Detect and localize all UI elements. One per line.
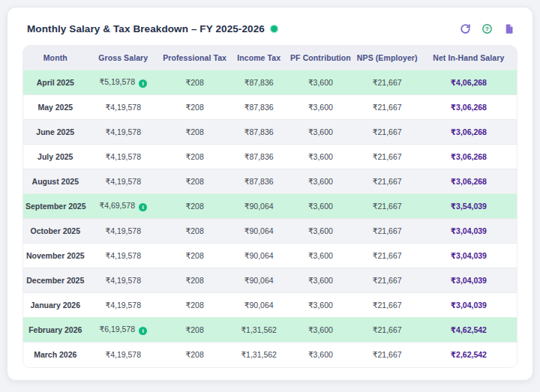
cell-text: ₹208 [186, 276, 204, 285]
cell-text: ₹90,064 [244, 202, 274, 211]
header-actions: ? [459, 22, 514, 34]
cell-gross-salary: ₹4,69,578i [88, 194, 159, 219]
cell-text: ₹4,19,578 [105, 152, 141, 161]
cell-month: January 2026 [23, 293, 88, 318]
cell-month: June 2025 [23, 120, 88, 145]
cell-text: ₹90,064 [244, 301, 274, 310]
cell-text: ₹90,064 [244, 226, 274, 235]
cell-pf-contribution: ₹3,600 [287, 219, 354, 244]
cell-professional-tax: ₹208 [159, 293, 230, 318]
salary-hike-info-icon[interactable]: i [139, 79, 147, 88]
cell-text: ₹3,600 [308, 78, 333, 87]
cell-text: ₹3,600 [308, 301, 333, 310]
cell-text: ₹208 [186, 177, 204, 186]
table-row: June 2025₹4,19,578₹208₹87,836₹3,600₹21,6… [23, 120, 517, 145]
cell-net-in-hand: ₹3,06,268 [421, 120, 517, 145]
cell-text: ₹87,836 [244, 103, 274, 112]
salary-hike-info-icon[interactable]: i [139, 327, 147, 335]
table-row: April 2025₹5,19,578i₹208₹87,836₹3,600₹21… [23, 70, 517, 95]
cell-text: ₹4,19,578 [105, 301, 141, 310]
cell-text: ₹21,667 [373, 350, 402, 359]
cell-professional-tax: ₹208 [159, 318, 230, 343]
cell-text: July 2025 [38, 152, 73, 161]
cell-net-in-hand: ₹3,06,268 [421, 95, 517, 120]
cell-income-tax: ₹90,064 [230, 244, 287, 268]
cell-text: December 2025 [26, 276, 84, 285]
table-row: January 2026₹4,19,578₹208₹90,064₹3,600₹2… [23, 293, 517, 318]
cell-text: January 2026 [30, 301, 80, 310]
cell-text: ₹87,836 [244, 127, 274, 136]
cell-text: ₹3,600 [308, 152, 333, 161]
cell-pf-contribution: ₹3,600 [287, 318, 354, 343]
cell-text: June 2025 [36, 127, 74, 136]
cell-text: ₹3,54,039 [451, 202, 487, 211]
cell-text: ₹21,667 [373, 325, 402, 334]
cell-text: ₹3,600 [308, 251, 333, 260]
cell-text: ₹4,19,578 [105, 276, 141, 285]
cell-text: ₹4,06,268 [451, 78, 487, 87]
cell-text: ₹87,836 [244, 78, 274, 87]
cell-text: ₹208 [186, 350, 204, 359]
cell-month: May 2025 [23, 95, 88, 120]
cell-month: April 2025 [23, 70, 88, 95]
table-row: March 2026₹4,19,578₹208₹1,31,562₹3,600₹2… [23, 343, 517, 367]
refresh-button[interactable] [459, 22, 471, 34]
cell-text: ₹3,600 [308, 276, 333, 285]
cell-gross-salary: ₹4,19,578 [88, 219, 159, 244]
cell-professional-tax: ₹208 [159, 95, 230, 120]
cell-text: March 2026 [34, 350, 76, 359]
column-header: PF Contribution [287, 46, 354, 70]
column-header: Month [23, 46, 88, 70]
cell-text: ₹3,04,039 [451, 251, 487, 260]
cell-text: ₹87,836 [244, 152, 274, 161]
column-header: Income Tax [230, 46, 287, 70]
cell-income-tax: ₹90,064 [230, 268, 287, 293]
cell-nps-employer: ₹21,667 [354, 70, 421, 95]
table-row: August 2025₹4,19,578₹208₹87,836₹3,600₹21… [23, 169, 517, 194]
cell-pf-contribution: ₹3,600 [287, 169, 354, 194]
cell-net-in-hand: ₹4,62,542 [421, 318, 517, 343]
cell-professional-tax: ₹208 [159, 169, 230, 194]
cell-net-in-hand: ₹3,04,039 [421, 219, 517, 244]
refresh-icon [460, 23, 471, 34]
cell-income-tax: ₹87,836 [230, 95, 287, 120]
cell-text: ₹4,62,542 [451, 325, 487, 334]
cell-net-in-hand: ₹3,54,039 [421, 194, 517, 219]
cell-gross-salary: ₹4,19,578 [88, 95, 159, 120]
cell-text: October 2025 [30, 226, 80, 235]
cell-professional-tax: ₹208 [159, 145, 230, 169]
cell-professional-tax: ₹208 [159, 120, 230, 145]
cell-text: ₹3,04,039 [451, 276, 487, 285]
cell-text: ₹3,04,039 [451, 226, 487, 235]
cell-text: ₹208 [186, 78, 204, 87]
cell-nps-employer: ₹21,667 [354, 194, 421, 219]
cell-month: February 2026 [23, 318, 88, 343]
salary-hike-info-icon[interactable]: i [139, 203, 147, 211]
help-button[interactable]: ? [481, 22, 493, 34]
column-header: Professional Tax [159, 46, 230, 70]
table-row: May 2025₹4,19,578₹208₹87,836₹3,600₹21,66… [23, 95, 517, 120]
cell-month: August 2025 [23, 169, 88, 194]
cell-month: September 2025 [23, 194, 88, 219]
cell-text: May 2025 [38, 103, 73, 112]
cell-text: ₹2,62,542 [451, 350, 487, 359]
cell-text: ₹3,06,268 [451, 103, 487, 112]
column-header: Gross Salary [88, 46, 159, 70]
cell-text: ₹4,69,578 [99, 201, 135, 210]
cell-text: ₹87,836 [244, 177, 274, 186]
cell-text: ₹90,064 [244, 276, 274, 285]
cell-income-tax: ₹1,31,562 [230, 343, 287, 367]
cell-text: ₹3,600 [308, 127, 333, 136]
cell-net-in-hand: ₹3,04,039 [421, 244, 517, 268]
cell-text: November 2025 [26, 251, 85, 260]
salary-breakdown-card: Monthly Salary & Tax Breakdown – FY 2025… [7, 7, 533, 381]
cell-net-in-hand: ₹3,06,268 [421, 145, 517, 169]
cell-gross-salary: ₹4,19,578 [88, 244, 159, 268]
help-icon: ? [482, 23, 493, 34]
cell-text: ₹21,667 [373, 202, 402, 211]
cell-text: ₹21,667 [373, 152, 402, 161]
cell-nps-employer: ₹21,667 [354, 244, 421, 268]
cell-income-tax: ₹90,064 [230, 293, 287, 318]
cell-pf-contribution: ₹3,600 [287, 120, 354, 145]
report-button[interactable] [502, 22, 514, 34]
